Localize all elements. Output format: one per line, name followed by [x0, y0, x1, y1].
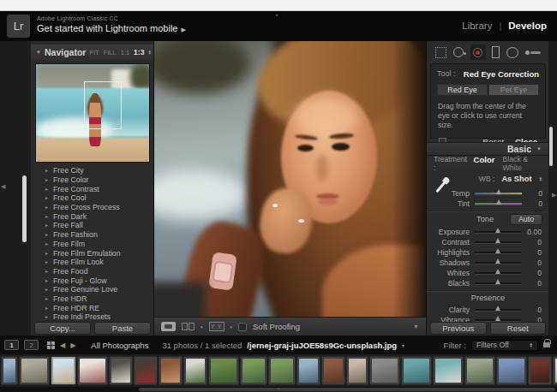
slider-track[interactable] [475, 282, 521, 284]
wb-value[interactable]: As Shot [501, 175, 531, 183]
filmstrip-thumbnail[interactable] [433, 356, 464, 385]
preset-item[interactable]: ► Free Fall [31, 221, 154, 230]
red-eye-correction-icon[interactable] [470, 45, 486, 60]
secondary-monitor-icon[interactable]: 2 [24, 340, 39, 350]
treatment-option[interactable]: Color [474, 155, 495, 172]
navigator-preview[interactable] [35, 63, 150, 163]
slider-thumb[interactable] [495, 238, 500, 243]
slider-thumb[interactable] [495, 316, 500, 321]
preset-item[interactable]: ► Free HDR RE [31, 303, 154, 312]
slider-track[interactable] [475, 262, 521, 264]
preset-item[interactable]: ► Free Cross Process [31, 203, 154, 212]
filmstrip-scrollbar-thumb[interactable] [139, 388, 555, 391]
navigator-header[interactable]: ▼ Navigator FITFILL1:11:3 ▲▼ [31, 45, 154, 60]
graduated-filter-icon[interactable] [492, 46, 500, 58]
slider-thumb[interactable] [495, 306, 500, 311]
preset-item[interactable]: ► Free Film Emulation [31, 248, 154, 258]
filmstrip-thumbnail[interactable] [464, 356, 495, 385]
soft-proofing-checkbox[interactable] [238, 323, 247, 331]
filmstrip-source[interactable]: All Photographs [91, 341, 148, 350]
previous-photo-icon[interactable]: ◀ [60, 342, 65, 349]
filmstrip-thumbnail[interactable] [183, 356, 207, 385]
next-photo-icon[interactable]: ▶ [70, 342, 75, 349]
zoom-option[interactable]: FIT [89, 49, 99, 56]
filmstrip-thumbnail[interactable] [528, 356, 552, 385]
spot-removal-icon[interactable] [453, 47, 464, 57]
treatment-option[interactable]: Black & White [502, 155, 542, 172]
filmstrip-thumbnail[interactable] [77, 356, 108, 385]
filmstrip-thumbnail[interactable] [496, 356, 527, 385]
preset-item[interactable]: ► Free Food [31, 267, 154, 276]
filmstrip-thumbnail[interactable] [134, 356, 158, 385]
filter-dropdown[interactable]: Filters Off ▲▼ [471, 340, 538, 351]
navigator-zoom-box[interactable] [84, 81, 122, 129]
preset-item[interactable]: ► Free Cool [31, 193, 154, 203]
paste-button[interactable]: Paste [94, 322, 151, 335]
reset-button[interactable]: Reset [490, 322, 547, 335]
right-panel-collapse-icon[interactable]: ▶ [552, 192, 556, 199]
filmstrip-thumbnail[interactable] [268, 356, 296, 385]
zoom-option[interactable]: FILL [104, 49, 117, 56]
filmstrip-thumbnail[interactable] [240, 356, 267, 385]
slider-track[interactable] [475, 231, 521, 233]
left-panel-collapse-icon[interactable]: ◀ [1, 183, 5, 190]
filmstrip-thumbnail[interactable] [159, 356, 183, 385]
crop-overlay-icon[interactable] [435, 47, 446, 58]
slider-thumb[interactable] [495, 228, 500, 233]
photo-canvas[interactable] [154, 41, 426, 317]
wb-stepper-icon[interactable]: ▲▼ [539, 176, 542, 181]
filmstrip-thumbnail[interactable] [553, 356, 557, 385]
filmstrip-thumbnail[interactable] [1, 356, 18, 385]
slider-track[interactable] [475, 193, 522, 194]
chevron-down-icon[interactable]: ▾ [231, 324, 233, 330]
slider-track[interactable] [475, 309, 521, 311]
before-after-view-icon[interactable] [182, 323, 195, 330]
grid-view-icon[interactable] [47, 342, 55, 349]
slider-thumb[interactable] [496, 189, 501, 194]
slider-thumb[interactable] [496, 199, 501, 205]
filter-lock-icon[interactable] [543, 342, 550, 347]
preset-item[interactable]: ► Free City [31, 166, 154, 175]
preset-item[interactable]: ► Free Color [31, 175, 154, 185]
copy-button[interactable]: Copy... [34, 322, 91, 335]
preset-item[interactable]: ► Free Contrast [31, 184, 154, 193]
slider-thumb[interactable] [495, 269, 500, 274]
preset-item[interactable]: ► Free Fuji - Glow [31, 276, 154, 285]
filmstrip-thumbnail[interactable] [346, 356, 368, 385]
right-panel-scrollbar[interactable] [549, 127, 553, 166]
chevron-down-icon[interactable]: ▾ [201, 324, 203, 330]
filmstrip-thumbnail[interactable] [208, 356, 239, 385]
slider-track[interactable] [475, 272, 521, 274]
filmstrip-thumbnail[interactable] [296, 356, 320, 385]
primary-monitor-icon[interactable]: 1 [4, 340, 19, 350]
filmstrip-thumbnail[interactable] [321, 356, 345, 385]
zoom-stepper-icon[interactable]: ▲▼ [147, 50, 151, 55]
loupe-view-icon[interactable] [161, 322, 176, 331]
slider-track[interactable] [475, 241, 521, 243]
preset-item[interactable]: ► Free Genuine Love [31, 285, 154, 294]
auto-tone-button[interactable]: Auto [510, 214, 542, 225]
slider-thumb[interactable] [495, 258, 500, 264]
slider-thumb[interactable] [495, 279, 500, 284]
preset-item[interactable]: ► Free Fashion [31, 230, 154, 240]
slider-track[interactable] [475, 203, 522, 205]
preset-item[interactable]: ► Free Film Look [31, 258, 154, 267]
slider-track[interactable] [475, 319, 521, 321]
lightroom-mobile-promo[interactable]: Get started with Lightroom mobile▶ [37, 23, 186, 33]
preset-item[interactable]: ► Free Dark [31, 211, 154, 221]
left-panel-scrollbar[interactable] [22, 175, 27, 242]
zoom-option[interactable]: 1:3 [134, 48, 144, 56]
previous-button[interactable]: Previous [430, 322, 487, 335]
zoom-option[interactable]: 1:1 [121, 49, 129, 56]
toolbar-options-icon[interactable]: ▼ [413, 324, 419, 330]
yy-view-icon[interactable]: Y Y [209, 322, 225, 331]
module-tab[interactable]: Library [462, 21, 492, 31]
basic-panel-header[interactable]: Basic ▼ [427, 142, 548, 156]
top-panel-collapse-icon[interactable]: ▲ [274, 12, 279, 17]
preset-item[interactable]: ► Free Film [31, 240, 154, 249]
slider-thumb[interactable] [495, 248, 500, 253]
filmstrip-thumbnail[interactable] [369, 356, 400, 385]
slider-track[interactable] [475, 252, 521, 253]
preset-item[interactable]: ► Free Indi Presets [31, 312, 154, 322]
chevron-down-icon[interactable]: ▾ [402, 342, 404, 348]
